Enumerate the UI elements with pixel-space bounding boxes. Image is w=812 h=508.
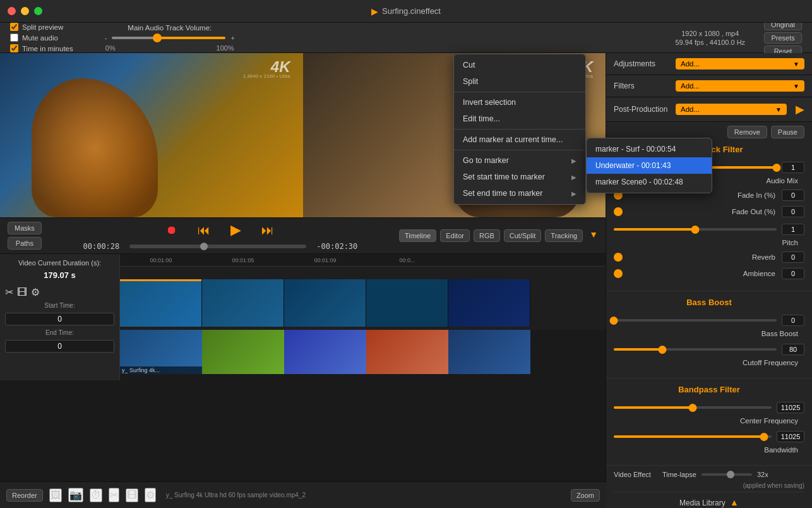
ctx-add-marker[interactable]: Add marker at current time... [454,131,585,148]
film-icon[interactable]: 🎞 [17,287,27,298]
presets-button[interactable]: Presets [764,32,802,44]
fade-in-value[interactable] [782,190,804,201]
film2-icon[interactable]: 🎞 [126,488,138,502]
bottom-track-2[interactable] [284,330,366,374]
timeline-button[interactable]: Timeline [399,229,436,242]
pitch-value[interactable] [782,224,804,235]
maximize-btn[interactable] [34,7,42,15]
rewind-button[interactable]: ⏮ [194,222,214,239]
cutoff-freq-value[interactable] [782,344,804,355]
pitch-thumb[interactable] [691,226,700,234]
record-button[interactable]: ⏺ [162,222,181,238]
reverb-value[interactable] [782,251,804,263]
clock-icon[interactable]: ⏱ [90,488,102,502]
time-minutes-checkbox[interactable]: Time in minutes [10,44,73,52]
context-menu[interactable]: Cut Split Invert selection Edit time... … [453,54,586,205]
ctx-go-to-marker[interactable]: Go to marker ▶ [454,152,585,169]
ctx-set-end[interactable]: Set end time to marker ▶ [454,185,585,202]
cut-split-button[interactable]: Cut/Split [504,229,542,242]
cutoff-freq-thumb[interactable] [659,346,667,354]
submenu-item-scene0[interactable]: marker Scene0 - 00:02:48 [587,174,712,190]
track-thumb-3[interactable] [366,279,448,327]
center-freq-thumb[interactable] [689,404,697,412]
ctx-split[interactable]: Split [454,73,585,90]
audio-mix-thumb[interactable] [773,164,781,172]
play-icon-right[interactable]: ▶ [796,102,804,116]
pause-button[interactable]: Pause [771,126,804,138]
bottom-track-4[interactable] [448,330,530,374]
editor-button[interactable]: Editor [440,229,470,242]
bottom-track-0[interactable]: y_ Surfing 4k... [120,330,202,374]
mute-audio-input[interactable] [10,33,18,42]
volume-thumb[interactable] [153,33,162,42]
volume-slider[interactable] [112,37,225,39]
fade-out-value[interactable] [782,206,804,217]
center-freq-slider[interactable] [614,406,772,409]
split-preview-checkbox[interactable]: Split preview [10,23,73,31]
ambience-dot[interactable] [614,269,623,278]
camera-icon[interactable]: 📷 [68,488,83,502]
adjustments-add-dropdown[interactable]: Add... ▼ [676,58,804,70]
ctx-invert[interactable]: Invert selection [454,94,585,111]
track-thumb-1[interactable] [202,279,284,327]
track-thumb-0[interactable] [120,279,202,327]
settings2-icon[interactable]: ⚙ [145,488,156,502]
ctx-cut[interactable]: Cut [454,57,585,73]
submenu[interactable]: marker - Surf - 00:00:54 Underwater - 00… [586,138,712,193]
masks-button[interactable]: Masks [8,222,42,234]
mute-audio-checkbox[interactable]: Mute audio [10,33,73,42]
rgb-button[interactable]: RGB [474,229,500,242]
time-minutes-input[interactable] [10,44,18,52]
settings-icon[interactable]: ⚙ [31,286,40,298]
bandwidth-value[interactable] [777,431,804,442]
reorder-button[interactable]: Reorder [6,489,43,502]
post-production-add-dropdown[interactable]: Add... ▼ [676,104,787,115]
reverb-dot[interactable] [614,253,623,262]
forward-button[interactable]: ⏭ [258,222,278,239]
close-btn[interactable] [8,7,16,15]
end-time-input[interactable] [5,340,114,353]
media-library-button[interactable]: Media Library ▲ [614,495,804,508]
bass-boost-slider[interactable] [614,319,777,322]
bass-boost-value[interactable] [782,315,804,326]
track-thumb-2[interactable] [284,279,366,327]
center-freq-value[interactable] [777,402,804,413]
ambience-value[interactable] [782,268,804,279]
zoom-button[interactable]: Zoom [571,489,600,502]
scrubber-thumb[interactable] [200,243,208,250]
photo-icon[interactable]: 🖼 [49,488,62,502]
split-preview-input[interactable] [10,23,18,31]
minimize-btn[interactable] [21,7,29,15]
pitch-slider[interactable] [614,228,777,231]
warning-icon: ▲ [730,497,739,507]
bass-boost-thumb[interactable] [610,317,618,325]
timelapse-thumb[interactable] [727,471,734,478]
filters-add-dropdown[interactable]: Add... ▼ [676,80,804,92]
remove-button[interactable]: Remove [727,126,767,138]
start-time-input[interactable] [5,313,114,325]
cutoff-freq-slider[interactable] [614,348,777,351]
track-thumb-4[interactable] [448,279,530,327]
submenu-arrow-2-icon: ▶ [571,174,576,181]
tracking-button[interactable]: Tracking [545,229,583,242]
submenu-item-surf[interactable]: marker - Surf - 00:00:54 [587,141,712,157]
ctx-set-start[interactable]: Set start time to marker ▶ [454,169,585,185]
play-button[interactable]: ▶ [227,221,245,239]
video-info: 1920 x 1080 , mp4 59.94 fps , 44100.0 Hz [675,30,745,46]
paths-button[interactable]: Paths [8,237,42,250]
bandwidth-thumb[interactable] [760,433,768,441]
timelapse-slider[interactable] [702,473,752,476]
audio-mix-value[interactable] [782,162,804,173]
fade-out-dot[interactable] [614,207,623,216]
dropdown-arrow-icon[interactable]: ▼ [589,229,598,242]
bottom-track-1[interactable] [202,330,284,374]
scissors-icon[interactable]: ✂ [5,286,13,298]
bottom-track-3[interactable] [366,330,448,374]
ctx-edit-time[interactable]: Edit time... [454,111,585,127]
bandwidth-label: Bandwidth [614,446,804,454]
window-controls[interactable] [8,7,42,15]
bandwidth-slider[interactable] [614,435,772,438]
submenu-item-underwater[interactable]: Underwater - 00:01:43 [587,157,712,174]
timeline-scrubber[interactable] [129,245,306,248]
scissors2-icon[interactable]: ✂ [109,488,119,502]
